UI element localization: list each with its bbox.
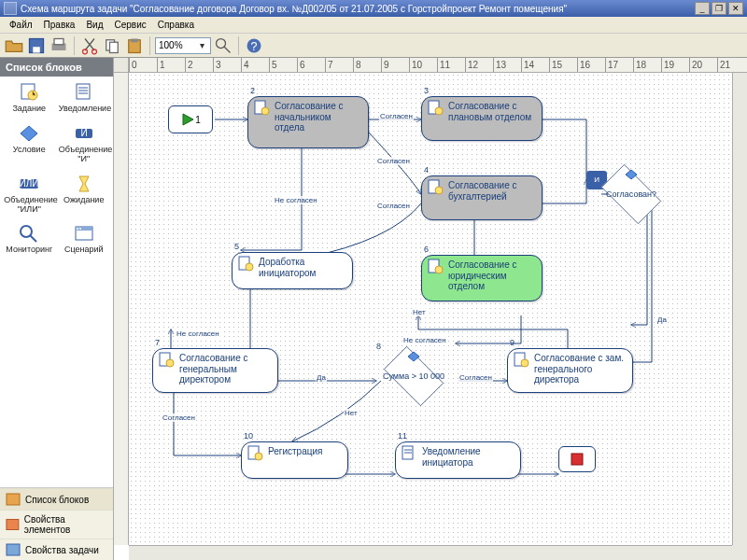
svg-rect-27 bbox=[7, 544, 20, 555]
edge-label: Не согласен bbox=[402, 336, 447, 344]
toolbar-separator bbox=[149, 36, 150, 55]
svg-point-10 bbox=[217, 38, 226, 48]
zoom-combo[interactable]: 100% ▾ bbox=[155, 37, 211, 54]
tool-zoom-icon[interactable] bbox=[213, 35, 233, 56]
palette-script[interactable]: Сценарий bbox=[59, 223, 109, 255]
node-amount-decision[interactable]: 8 Сумма > 10 000 bbox=[376, 353, 451, 399]
minimize-button[interactable]: _ bbox=[695, 2, 710, 15]
svg-point-29 bbox=[261, 107, 269, 115]
svg-point-24 bbox=[79, 228, 81, 230]
node-legal-approval[interactable]: 6 Согласование с юридическим отделом bbox=[421, 255, 543, 301]
svg-rect-1 bbox=[33, 47, 40, 52]
node-registration[interactable]: 10 Регистрация bbox=[241, 441, 348, 479]
palette-wait[interactable]: Ожидание bbox=[59, 174, 109, 215]
diamond-icon bbox=[625, 169, 638, 180]
node-planning-approval[interactable]: 3 Согласование с плановым отделом bbox=[421, 96, 543, 141]
edge-label: Согласен bbox=[162, 413, 196, 422]
svg-point-33 bbox=[435, 187, 443, 194]
sidebar: Список блоков Задание Уведомление Услови… bbox=[0, 58, 114, 560]
toolbar-separator bbox=[238, 36, 239, 55]
svg-point-37 bbox=[435, 266, 443, 273]
accordion-element-props[interactable]: Свойства элементов bbox=[0, 510, 113, 539]
edge-label: Согласен bbox=[376, 157, 411, 165]
notify-icon bbox=[401, 445, 417, 462]
scroll-corner bbox=[732, 545, 747, 560]
ruler-horizontal: 0123456789101112131415161718192021 bbox=[129, 58, 747, 73]
palette-or[interactable]: ИЛИОбъединение "ИЛИ" bbox=[4, 174, 54, 215]
diagram-canvas[interactable]: 1 2 Согласование с начальником отдела 3 … bbox=[129, 73, 732, 545]
tool-cut-icon[interactable] bbox=[79, 35, 100, 56]
accordion-blocks[interactable]: Список блоков bbox=[0, 488, 113, 510]
maximize-button[interactable]: ❐ bbox=[712, 2, 726, 15]
svg-point-35 bbox=[246, 263, 253, 271]
edge-label: Согласен bbox=[458, 373, 493, 382]
task-icon bbox=[253, 100, 270, 117]
menu-file[interactable]: Файл bbox=[4, 18, 38, 32]
node-ceo-approval[interactable]: 7 Согласование с генеральным директором bbox=[152, 348, 278, 393]
menu-view[interactable]: Вид bbox=[80, 18, 108, 32]
sidebar-accordion: Список блоков Свойства элементов Свойств… bbox=[0, 487, 113, 560]
svg-rect-7 bbox=[110, 42, 119, 52]
node-notify-initiator[interactable]: 11 Уведомление инициатора bbox=[395, 441, 521, 479]
tool-open-icon[interactable] bbox=[4, 35, 24, 56]
tool-print-icon[interactable] bbox=[49, 35, 69, 56]
task-icon bbox=[237, 256, 254, 273]
canvas-area: 0123456789101112131415161718192021 bbox=[114, 58, 747, 560]
node-accounting-approval[interactable]: 4 Согласование с бухгалтерией bbox=[421, 175, 543, 220]
palette-notify[interactable]: Уведомление bbox=[59, 82, 109, 114]
node-approved-decision[interactable]: Согласован? bbox=[594, 171, 669, 217]
tool-paste-icon[interactable] bbox=[124, 35, 145, 56]
scrollbar-horizontal[interactable] bbox=[129, 545, 732, 560]
window-title: Схема маршрута задачи "Согласование дого… bbox=[21, 4, 695, 14]
zoom-value: 100% bbox=[159, 40, 196, 50]
node-rework[interactable]: 5 Доработка инициатором bbox=[232, 252, 353, 289]
menu-edit[interactable]: Правка bbox=[38, 18, 81, 32]
edge-label: Нет bbox=[344, 409, 359, 417]
accordion-task-props[interactable]: Свойства задачи bbox=[0, 539, 113, 560]
app-icon bbox=[4, 2, 17, 15]
tool-copy-icon[interactable] bbox=[102, 35, 122, 56]
sidebar-title: Список блоков bbox=[0, 58, 113, 77]
node-start[interactable]: 1 bbox=[168, 105, 213, 133]
node-supervisor-approval[interactable]: 2 Согласование с начальником отдела bbox=[247, 96, 369, 148]
svg-rect-25 bbox=[7, 494, 20, 505]
palette-condition[interactable]: Условие bbox=[4, 123, 54, 164]
edge-label: Согласен bbox=[379, 112, 414, 120]
stop-icon bbox=[571, 453, 584, 466]
toolbar-separator bbox=[74, 36, 75, 55]
svg-point-39 bbox=[166, 359, 174, 367]
palette-monitor[interactable]: Мониторинг bbox=[4, 223, 54, 255]
task-icon bbox=[427, 259, 444, 275]
task-icon bbox=[513, 352, 529, 369]
task-icon bbox=[427, 179, 444, 196]
titlebar: Схема маршрута задачи "Согласование дого… bbox=[0, 0, 747, 17]
task-icon bbox=[247, 445, 263, 462]
svg-point-41 bbox=[521, 359, 529, 367]
edge-label: Да bbox=[656, 315, 668, 324]
svg-text:?: ? bbox=[251, 40, 258, 53]
tool-help-icon[interactable]: ? bbox=[244, 35, 264, 56]
diamond-icon bbox=[407, 351, 420, 362]
chevron-down-icon: ▾ bbox=[196, 40, 207, 50]
edge-label: Согласен bbox=[376, 202, 411, 210]
block-palette: Задание Уведомление Условие ИОбъединение… bbox=[0, 77, 113, 487]
menu-service[interactable]: Сервис bbox=[108, 18, 151, 32]
scrollbar-vertical[interactable] bbox=[732, 73, 747, 545]
ruler-vertical bbox=[114, 73, 129, 545]
node-deputy-approval[interactable]: 9 Согласование с зам. генерального дирек… bbox=[507, 348, 633, 393]
edge-label: Не согласен bbox=[176, 329, 220, 338]
close-button[interactable]: ✕ bbox=[728, 2, 743, 15]
task-icon bbox=[158, 352, 175, 369]
play-icon bbox=[180, 112, 195, 127]
node-end[interactable] bbox=[558, 446, 596, 472]
palette-task[interactable]: Задание bbox=[4, 82, 54, 114]
edge-label: Не согласен bbox=[274, 196, 318, 204]
svg-rect-9 bbox=[131, 38, 138, 42]
menu-help[interactable]: Справка bbox=[152, 18, 200, 32]
task-icon bbox=[427, 100, 444, 117]
toolbar: 100% ▾ ? bbox=[0, 34, 747, 58]
menubar: Файл Правка Вид Сервис Справка bbox=[0, 17, 747, 34]
tool-save-icon[interactable] bbox=[26, 35, 47, 56]
edge-label: Да bbox=[316, 373, 327, 382]
palette-and[interactable]: ИОбъединение "И" bbox=[59, 123, 109, 164]
